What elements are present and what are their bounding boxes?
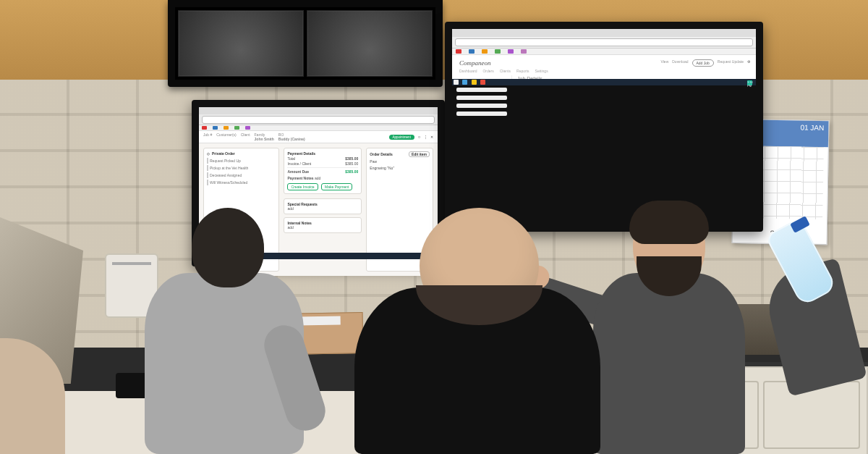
pay-row2-value: $385.00 (345, 161, 358, 166)
crumb-family-value[interactable]: John Smith (255, 137, 274, 141)
person-presenter (593, 215, 760, 454)
special-requests-card: Special Requests add (284, 198, 362, 214)
order-step-3[interactable]: Deceased Assigned (207, 172, 276, 178)
pay-row3-label: Amount Due (287, 169, 309, 174)
taskbar-clock-r: 3:34 PM (747, 80, 752, 85)
browser-tabs[interactable] (199, 107, 438, 114)
crumb-customers[interactable]: Customer(s) (216, 133, 237, 141)
payment-card: Payment Details Total $385.00 Invoice / … (284, 148, 362, 194)
order-details-title: Order Details (370, 152, 392, 156)
nav-settings[interactable]: Settings (535, 69, 548, 73)
payment-notes-label: Payment Notes (287, 176, 313, 180)
person-center (347, 230, 608, 454)
special-add[interactable]: add (287, 206, 293, 211)
make-payment-button[interactable]: Make Payment (321, 183, 352, 190)
gear-icon[interactable]: ⚙ (747, 59, 750, 67)
bookmarks-bar-r[interactable] (452, 49, 756, 55)
menu-icon[interactable]: ⋮ (424, 135, 427, 139)
browser-tabs-r[interactable] (452, 29, 756, 37)
order-step-2[interactable]: Pickup at the Vet Health (207, 165, 276, 171)
bookmarks-bar[interactable] (199, 125, 438, 131)
windows-taskbar-r[interactable]: 3:34 PM (452, 79, 756, 85)
add-job-button[interactable]: Add Job (692, 59, 714, 67)
address-bar[interactable] (202, 116, 435, 124)
address-bar-r[interactable] (455, 38, 753, 46)
task-icon[interactable] (462, 80, 467, 85)
order-card-title: Private Order (212, 151, 235, 156)
order-item-1: Paw (370, 159, 377, 164)
action-request[interactable]: Request Update (718, 59, 744, 67)
right-screen[interactable]: Companeon Dashboard Orders Clients Repor… (452, 29, 756, 85)
order-item-2: Engraving "No" (370, 166, 394, 170)
calendar-month-number: 01 (800, 123, 808, 131)
nav-orders[interactable]: Orders (482, 69, 493, 73)
crumb-client[interactable]: Client (241, 133, 250, 141)
action-download[interactable]: Download (672, 59, 688, 67)
nav-reports[interactable]: Reports (516, 69, 529, 73)
cctv-feed-1 (178, 10, 304, 77)
special-title: Special Requests (287, 202, 358, 206)
breadcrumb[interactable]: Job # Customer(s) Client Family John Smi… (203, 133, 305, 141)
appointment-button[interactable]: Appointment (389, 135, 414, 140)
right-monitor: Companeon Dashboard Orders Clients Repor… (445, 22, 763, 232)
task-icon[interactable] (472, 80, 477, 85)
order-step-1[interactable]: Request Picked Up (207, 158, 276, 164)
tag-icon: ◇ (207, 151, 210, 156)
browser-chrome (199, 107, 438, 125)
action-view[interactable]: View (661, 59, 669, 67)
close-icon[interactable]: ✕ (430, 135, 433, 139)
app-header: Job # Customer(s) Client Family John Smi… (199, 131, 438, 143)
order-step-4[interactable]: Will Witness/Scheduled (207, 180, 276, 185)
payment-notes-add[interactable]: add (315, 176, 320, 180)
office-photo: 01 JAN 2020 Job # Customer(s) (0, 0, 868, 454)
pay-row2-label: Invoice / Client (287, 161, 311, 166)
create-invoice-button[interactable]: Create Invoice (287, 183, 318, 190)
nav-clients[interactable]: Clients (500, 69, 511, 73)
person-left (130, 215, 318, 454)
edit-item-button[interactable]: Edit item (409, 151, 430, 157)
crumb-job[interactable]: Job # (203, 133, 212, 141)
hand-with-bottle (752, 244, 854, 389)
calendar-month-short: JAN (810, 124, 824, 132)
browser-chrome-r (452, 29, 756, 49)
user-icon[interactable]: ☺ (417, 135, 421, 139)
payment-card-title: Payment Details (287, 151, 358, 156)
cctv-feed-2 (307, 10, 433, 77)
start-icon[interactable] (454, 80, 459, 85)
cctv-monitor (168, 0, 443, 87)
pay-row3-value: $385.00 (345, 169, 358, 174)
task-icon[interactable] (480, 80, 485, 85)
pay-row1-value: $385.00 (345, 156, 358, 161)
crumb-ro-value[interactable]: Buddy (Canine) (278, 137, 305, 141)
nav-dashboard[interactable]: Dashboard (459, 69, 477, 73)
pay-row1-label: Total (287, 156, 295, 161)
app-nav[interactable]: Dashboard Orders Clients Reports Setting… (459, 69, 749, 73)
